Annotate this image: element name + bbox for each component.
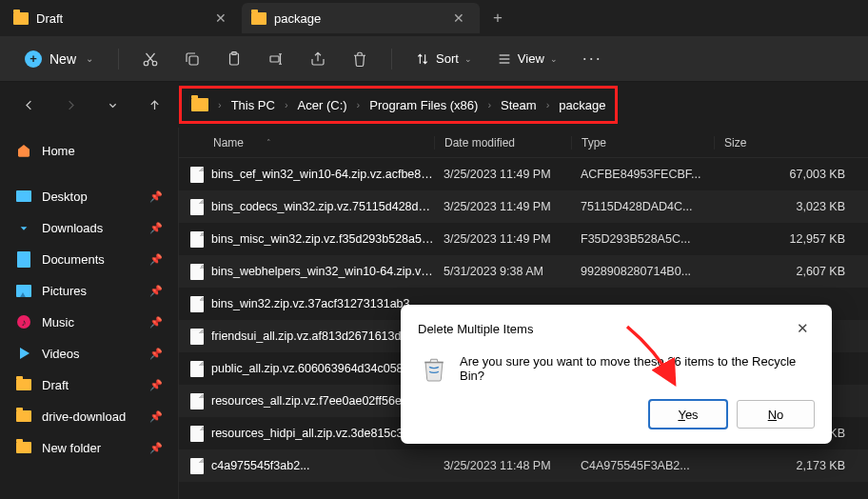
- folder-icon: [15, 408, 32, 425]
- breadcrumb-item[interactable]: Steam: [501, 98, 537, 112]
- sidebar-item-label: Music: [42, 315, 74, 329]
- file-icon: [190, 264, 204, 280]
- recycle-bin-icon: [422, 354, 446, 383]
- file-size: 2,607 KB: [714, 265, 868, 278]
- chevron-right-icon: ›: [542, 99, 554, 110]
- column-header-type[interactable]: Type: [571, 136, 714, 150]
- paste-button[interactable]: [218, 43, 250, 75]
- table-row[interactable]: c4a975545f3ab2...3/25/2023 11:48 PMC4A97…: [179, 449, 868, 482]
- home-icon: [15, 142, 32, 159]
- table-row[interactable]: bins_misc_win32.zip.vz.f35d293b528a5cff.…: [179, 223, 868, 255]
- file-name: bins_codecs_win32.zip.vz.75115d428dad...: [211, 200, 434, 213]
- sidebar-item-videos[interactable]: Videos 📌: [6, 338, 172, 369]
- breadcrumb[interactable]: › This PC › Acer (C:) › Program Files (x…: [179, 86, 618, 124]
- pin-icon: 📌: [149, 379, 163, 391]
- sort-ascending-icon: ˄: [266, 138, 271, 148]
- new-tab-button[interactable]: +: [480, 9, 516, 28]
- cut-button[interactable]: [134, 43, 167, 75]
- no-button[interactable]: No: [737, 400, 815, 429]
- sidebar-item-downloads[interactable]: Downloads 📌: [6, 212, 172, 243]
- view-label: View: [518, 51, 544, 66]
- file-icon: [190, 231, 204, 248]
- sidebar-item-label: Home: [42, 144, 75, 158]
- file-icon: [190, 393, 204, 409]
- chevron-down-icon: ⌄: [464, 54, 472, 64]
- file-date: 3/25/2023 11:49 PM: [434, 200, 571, 213]
- separator: [391, 49, 392, 70]
- table-row[interactable]: bins_webhelpers_win32_win10-64.zip.vz.9.…: [179, 255, 868, 288]
- delete-button[interactable]: [344, 43, 376, 75]
- view-button[interactable]: View ⌄: [489, 46, 565, 72]
- file-size: 67,003 KB: [714, 168, 868, 181]
- downloads-icon: [15, 219, 32, 236]
- breadcrumb-item[interactable]: Acer (C:): [298, 98, 347, 112]
- file-size: 3,023 KB: [714, 200, 868, 213]
- folder-icon: [13, 12, 29, 25]
- sidebar-item-label: Pictures: [42, 284, 87, 298]
- sidebar-item-label: Documents: [42, 252, 105, 267]
- pin-icon: 📌: [149, 410, 163, 423]
- sidebar-item-label: Videos: [42, 347, 80, 361]
- tab-package[interactable]: package ✕: [242, 3, 480, 33]
- tab-label: Draft: [36, 11, 63, 26]
- forward-button[interactable]: [53, 88, 88, 122]
- file-type: ACFBE84953FECBF...: [571, 168, 714, 181]
- close-icon[interactable]: ✕: [447, 9, 470, 28]
- file-name: bins_misc_win32.zip.vz.f35d293b528a5cff.…: [211, 232, 434, 246]
- sidebar-item-documents[interactable]: Documents 📌: [6, 244, 172, 274]
- file-icon: [190, 167, 204, 183]
- sidebar-item-label: Downloads: [42, 221, 103, 235]
- yes-button[interactable]: Yes: [649, 400, 727, 429]
- sort-button[interactable]: Sort ⌄: [407, 46, 480, 72]
- column-header-date[interactable]: Date modified: [434, 136, 571, 150]
- sidebar-item-pictures[interactable]: Pictures 📌: [6, 275, 172, 306]
- sidebar: Home Desktop 📌 Downloads 📌 Documents 📌 P…: [0, 128, 179, 499]
- breadcrumb-item[interactable]: Program Files (x86): [369, 98, 478, 112]
- sidebar-item-label: Desktop: [42, 190, 88, 204]
- new-button[interactable]: + New ⌄: [15, 45, 103, 73]
- file-type: C4A975545F3AB2...: [571, 459, 714, 472]
- column-headers: Name ˄ Date modified Type Size: [179, 128, 868, 158]
- sidebar-item-music[interactable]: ♪ Music 📌: [6, 307, 172, 337]
- column-header-name[interactable]: Name ˄: [179, 136, 434, 150]
- more-button[interactable]: ···: [575, 45, 610, 72]
- sidebar-item-desktop[interactable]: Desktop 📌: [6, 181, 172, 211]
- table-row[interactable]: bins_cef_win32_win10-64.zip.vz.acfbe849.…: [179, 158, 868, 190]
- back-button[interactable]: [11, 88, 46, 122]
- sidebar-home[interactable]: Home: [6, 135, 172, 166]
- pin-icon: 📌: [149, 442, 163, 454]
- rename-button[interactable]: [260, 43, 292, 75]
- close-icon[interactable]: ✕: [209, 9, 232, 28]
- file-size: 2,173 KB: [714, 459, 868, 472]
- file-icon: [190, 329, 204, 345]
- sidebar-item-new-folder[interactable]: New folder 📌: [6, 432, 172, 463]
- chevron-down-icon: ⌄: [86, 53, 93, 64]
- svg-rect-2: [189, 56, 198, 65]
- tab-draft[interactable]: Draft ✕: [4, 3, 242, 33]
- pin-icon: 📌: [149, 222, 163, 234]
- share-button[interactable]: [302, 43, 334, 75]
- music-icon: ♪: [15, 313, 32, 330]
- breadcrumb-item[interactable]: package: [559, 98, 605, 112]
- up-button[interactable]: [137, 88, 171, 122]
- file-icon: [190, 199, 204, 215]
- separator: [118, 49, 119, 70]
- recent-locations-button[interactable]: [95, 88, 129, 122]
- svg-rect-5: [270, 56, 279, 62]
- file-type: 75115D428DAD4C...: [571, 200, 714, 213]
- close-icon[interactable]: ✕: [791, 318, 815, 339]
- chevron-right-icon: ›: [281, 99, 292, 110]
- sidebar-item-drive-download[interactable]: drive-download 📌: [6, 401, 172, 431]
- breadcrumb-item[interactable]: This PC: [231, 98, 275, 112]
- pin-icon: 📌: [149, 190, 163, 203]
- chevron-right-icon: ›: [483, 99, 495, 110]
- copy-button[interactable]: [176, 43, 208, 75]
- chevron-down-icon: ⌄: [550, 54, 558, 64]
- sort-icon: [415, 51, 430, 67]
- column-header-size[interactable]: Size: [714, 136, 868, 150]
- folder-icon: [15, 376, 32, 393]
- toolbar: + New ⌄ Sort ⌄ View ⌄ ···: [0, 36, 868, 82]
- table-row[interactable]: bins_codecs_win32.zip.vz.75115d428dad...…: [179, 190, 868, 223]
- file-name: bins_cef_win32_win10-64.zip.vz.acfbe849.…: [211, 168, 434, 181]
- sidebar-item-draft[interactable]: Draft 📌: [6, 369, 172, 400]
